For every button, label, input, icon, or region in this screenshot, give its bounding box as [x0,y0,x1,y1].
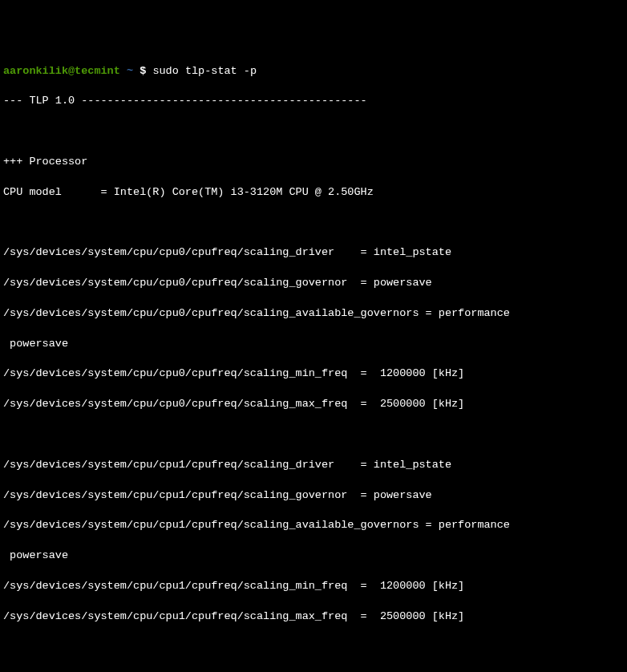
cpu1-governor: /sys/devices/system/cpu/cpu1/cpufreq/sca… [3,488,624,504]
prompt-path: ~ [127,65,133,77]
cpu0-avail-governors: /sys/devices/system/cpu/cpu0/cpufreq/sca… [3,306,624,322]
cpu1-driver: /sys/devices/system/cpu/cpu1/cpufreq/sca… [3,458,624,473]
prompt-line[interactable]: aaronkilik@tecmint ~ $ sudo tlp-stat -p [3,64,624,79]
cpu0-min-freq: /sys/devices/system/cpu/cpu0/cpufreq/sca… [3,366,624,382]
cpu0-avail-governors-wrap: powersave [3,337,624,352]
prompt-user-host: aaronkilik@tecmint [3,65,120,77]
cpu0-governor: /sys/devices/system/cpu/cpu0/cpufreq/sca… [3,276,624,291]
blank-line [3,427,624,443]
cpu1-min-freq: /sys/devices/system/cpu/cpu1/cpufreq/sca… [3,579,624,594]
tlp-version-line: --- TLP 1.0 ----------------------------… [3,94,624,109]
cpu1-max-freq: /sys/devices/system/cpu/cpu1/cpufreq/sca… [3,609,624,625]
blank-line [3,215,624,230]
prompt-symbol: $ [140,65,146,77]
cpu1-avail-governors: /sys/devices/system/cpu/cpu1/cpufreq/sca… [3,518,624,533]
cpu0-max-freq: /sys/devices/system/cpu/cpu0/cpufreq/sca… [3,397,624,412]
cpu0-driver: /sys/devices/system/cpu/cpu0/cpufreq/sca… [3,245,624,261]
command-text: sudo tlp-stat -p [152,65,257,77]
terminal-output[interactable]: aaronkilik@tecmint ~ $ sudo tlp-stat -p … [3,64,624,672]
processor-header: +++ Processor [3,155,624,170]
cpu1-avail-governors-wrap: powersave [3,549,624,564]
blank-line [3,124,624,140]
cpu-model-line: CPU model = Intel(R) Core(TM) i3-3120M C… [3,185,624,200]
blank-line [3,639,624,654]
